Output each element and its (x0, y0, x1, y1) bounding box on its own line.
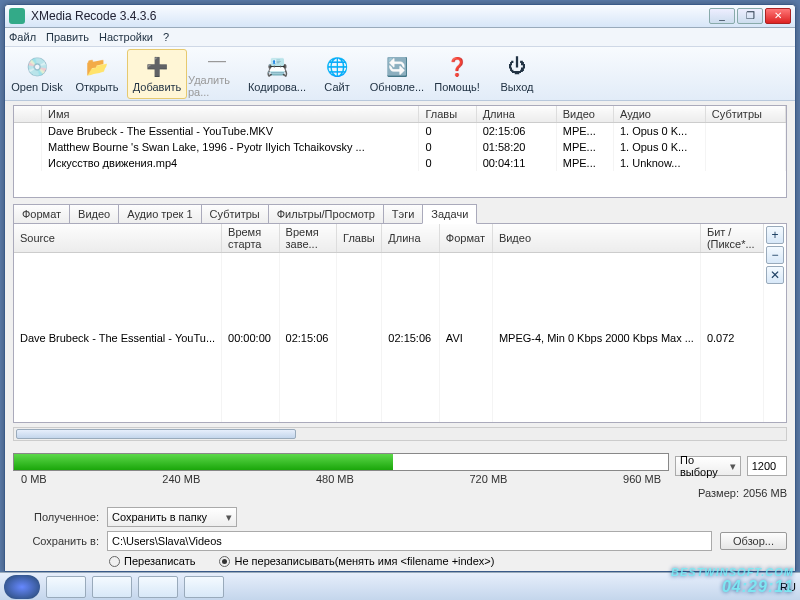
column-header[interactable]: Аудио (613, 106, 705, 123)
scrollbar-thumb[interactable] (16, 429, 296, 439)
tab[interactable]: Аудио трек 1 (118, 204, 201, 223)
savein-label: Сохранить в: (13, 535, 99, 547)
menu-item[interactable]: Настройки (99, 31, 153, 43)
app-window: XMedia Recode 3.4.3.6 _ ❐ ✕ Файл Править… (4, 4, 796, 572)
column-header[interactable] (14, 106, 41, 123)
toolbar-label: Кодирова... (248, 81, 306, 93)
toolbar-label: Добавить (133, 81, 182, 93)
window-title: XMedia Recode 3.4.3.6 (31, 9, 709, 23)
taskbar-item[interactable] (184, 576, 224, 598)
toolbar--[interactable]: 🌐Сайт (307, 49, 367, 99)
tab[interactable]: Тэги (383, 204, 424, 223)
toolbar-label: Открыть (75, 81, 118, 93)
table-row[interactable]: Dave Brubeck - The Essential - YouTube.M… (14, 123, 786, 140)
column-header[interactable]: Видео (556, 106, 613, 123)
tab[interactable]: Задачи (422, 204, 477, 224)
size-progress-fill (14, 454, 393, 470)
column-header[interactable]: Субтитры (705, 106, 785, 123)
column-header[interactable]: Формат (439, 224, 492, 253)
overwrite-label: Перезаписать (124, 555, 195, 567)
toolbar-icon: ➕ (145, 55, 169, 79)
tasks-panel: SourceВремя стартаВремя заве...ГлавыДлин… (13, 223, 787, 423)
toolbar-label: Обновле... (370, 81, 424, 93)
column-header[interactable]: Длина (382, 224, 440, 253)
toolbar--[interactable]: 📂Открыть (67, 49, 127, 99)
menu-item[interactable]: Файл (9, 31, 36, 43)
path-input[interactable]: C:\Users\Slava\Videos (107, 531, 712, 551)
toolbar-icon: 📂 (85, 55, 109, 79)
column-header[interactable]: Source (14, 224, 222, 253)
column-header[interactable]: Время заве... (279, 224, 337, 253)
side-buttons: + − ✕ (764, 224, 786, 422)
column-header[interactable]: Видео (492, 224, 700, 253)
tasks-table[interactable]: SourceВремя стартаВремя заве...ГлавыДлин… (14, 224, 764, 422)
toolbar--[interactable]: 🔄Обновле... (367, 49, 427, 99)
table-row[interactable]: Искусство движения.mp4000:04:11MPE...1. … (14, 155, 786, 171)
menu-item[interactable]: ? (163, 31, 169, 43)
tab[interactable]: Формат (13, 204, 70, 223)
file-table[interactable]: ИмяГлавыДлинаВидеоАудиоСубтитры Dave Bru… (14, 106, 786, 171)
toolbar-icon: 🌐 (325, 55, 349, 79)
received-label: Полученное: (13, 511, 99, 523)
remove-task-button[interactable]: − (766, 246, 784, 264)
size-total-label: Размер: (698, 487, 739, 499)
add-task-button[interactable]: + (766, 226, 784, 244)
toolbar--: —Удалить ра... (187, 49, 247, 99)
menubar: Файл Править Настройки ? (5, 28, 795, 47)
column-header[interactable]: Главы (419, 106, 476, 123)
browse-button[interactable]: Обзор... (720, 532, 787, 550)
column-header[interactable]: Имя (41, 106, 418, 123)
clear-tasks-button[interactable]: ✕ (766, 266, 784, 284)
tab[interactable]: Видео (69, 204, 119, 223)
toolbar-label: Помощь! (434, 81, 480, 93)
table-row[interactable]: Matthew Bourne 's Swan Lake, 1996 - Pyot… (14, 139, 786, 155)
toolbar-label: Выход (501, 81, 534, 93)
toolbar-open-disk[interactable]: 💿Open Disk (7, 49, 67, 99)
output-panel: Полученное: Сохранить в папку Сохранить … (13, 507, 787, 567)
toolbar-icon: 📇 (265, 55, 289, 79)
no-overwrite-label: Не перезаписывать(менять имя <filename +… (234, 555, 494, 567)
toolbar-label: Сайт (324, 81, 349, 93)
toolbar: 💿Open Disk📂Открыть➕Добавить—Удалить ра..… (5, 47, 795, 101)
size-value-input[interactable]: 1200 (747, 456, 787, 476)
close-button[interactable]: ✕ (765, 8, 791, 24)
app-icon (9, 8, 25, 24)
received-select[interactable]: Сохранить в папку (107, 507, 237, 527)
taskbar-item[interactable] (92, 576, 132, 598)
file-list-panel: ИмяГлавыДлинаВидеоАудиоСубтитры Dave Bru… (13, 105, 787, 198)
horizontal-scrollbar[interactable] (13, 427, 787, 441)
taskbar-item[interactable] (46, 576, 86, 598)
watermark: BESTWINSOFT.COM 04:29:11 (671, 566, 794, 596)
toolbar--[interactable]: 📇Кодирова... (247, 49, 307, 99)
toolbar--[interactable]: ➕Добавить (127, 49, 187, 99)
menu-item[interactable]: Править (46, 31, 89, 43)
minimize-button[interactable]: _ (709, 8, 735, 24)
column-header[interactable]: Время старта (222, 224, 280, 253)
size-progress[interactable] (13, 453, 669, 471)
column-header[interactable]: Длина (476, 106, 556, 123)
tab[interactable]: Субтитры (201, 204, 269, 223)
size-mode-select[interactable]: По выбору (675, 456, 741, 476)
toolbar-icon: ❓ (445, 55, 469, 79)
toolbar--[interactable]: ❓Помощь! (427, 49, 487, 99)
toolbar-icon: — (205, 50, 229, 72)
size-total-value: 2056 MB (743, 487, 787, 499)
titlebar[interactable]: XMedia Recode 3.4.3.6 _ ❐ ✕ (5, 5, 795, 28)
maximize-button[interactable]: ❐ (737, 8, 763, 24)
tab[interactable]: Фильтры/Просмотр (268, 204, 384, 223)
toolbar--[interactable]: ⏻Выход (487, 49, 547, 99)
column-header[interactable]: Бит / (Пиксе*... (700, 224, 763, 253)
no-overwrite-radio[interactable]: Не перезаписывать(менять имя <filename +… (219, 555, 494, 567)
toolbar-icon: 💿 (25, 55, 49, 79)
toolbar-label: Open Disk (11, 81, 62, 93)
taskbar-item[interactable] (138, 576, 178, 598)
toolbar-icon: 🔄 (385, 55, 409, 79)
size-ticks: 0 MB240 MB480 MB720 MB960 MB (21, 473, 661, 485)
overwrite-radio[interactable]: Перезаписать (109, 555, 195, 567)
start-button[interactable] (4, 575, 40, 599)
tabs: ФорматВидеоАудио трек 1СубтитрыФильтры/П… (13, 204, 787, 223)
table-row[interactable]: Dave Brubeck - The Essential - YouTu...0… (14, 253, 764, 423)
toolbar-label: Удалить ра... (188, 74, 246, 98)
column-header[interactable]: Главы (337, 224, 382, 253)
toolbar-icon: ⏻ (505, 55, 529, 79)
